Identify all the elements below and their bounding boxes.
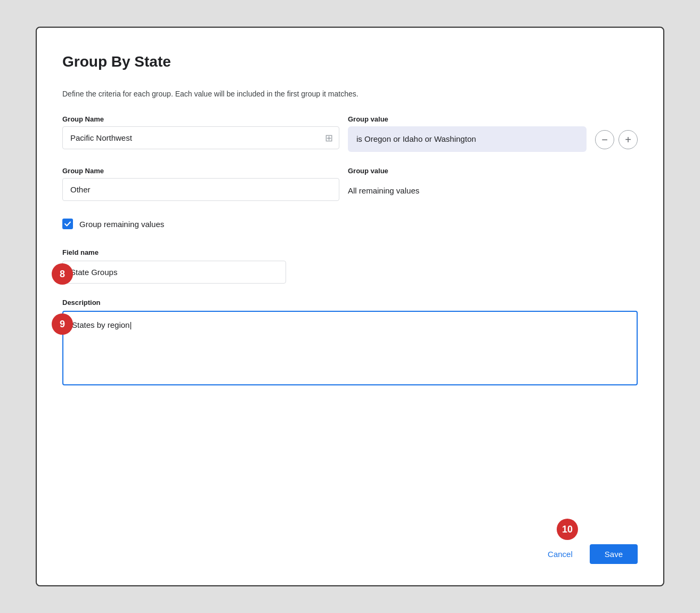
group2-row: Group Name Group value All remaining val… [62, 167, 638, 204]
step-badge-8: 8 [52, 263, 73, 285]
description-text: Define the criteria for each group. Each… [62, 90, 638, 98]
group2-value-label: Group value [348, 167, 638, 175]
group1-value-section: Group value is Oregon or Idaho or Washin… [348, 115, 587, 152]
dialog-footer: 10 Cancel Save [62, 527, 638, 564]
group1-actions: − + [595, 115, 638, 149]
group1-value-pill: is Oregon or Idaho or Washington [348, 126, 587, 152]
dialog-title: Group By State [62, 53, 638, 70]
group-remaining-checkbox[interactable] [62, 219, 73, 229]
group1-name-label: Group Name [62, 115, 339, 123]
group2-name-input[interactable] [62, 178, 339, 201]
add-group-button[interactable]: + [618, 130, 638, 149]
group2-name-label: Group Name [62, 167, 339, 175]
save-button[interactable]: Save [590, 544, 638, 564]
description-label: Description [62, 299, 638, 307]
group2-name-section: Group Name [62, 167, 339, 201]
remove-group1-button[interactable]: − [595, 130, 614, 149]
checkbox-label: Group remaining values [79, 220, 164, 229]
group1-row: Group Name ⊞ Group value is Oregon or Id… [62, 115, 638, 152]
dialog-container: Group By State Define the criteria for e… [36, 27, 664, 586]
group1-name-section: Group Name ⊞ [62, 115, 339, 149]
description-textarea[interactable]: States by region| [62, 311, 638, 385]
checkbox-row: Group remaining values [62, 219, 638, 229]
field-name-section: 8 Field name [62, 248, 638, 284]
step-badge-10: 10 [557, 519, 578, 540]
description-section: 9 Description States by region| [62, 299, 638, 388]
table-icon: ⊞ [325, 132, 333, 144]
group1-name-input-wrapper: ⊞ [62, 126, 339, 149]
group2-value-text: All remaining values [348, 178, 638, 204]
group1-value-label: Group value [348, 115, 587, 123]
step-badge-9: 9 [52, 313, 73, 335]
field-name-input[interactable] [62, 261, 286, 284]
group2-value-section: Group value All remaining values [348, 167, 638, 204]
group1-name-input[interactable] [62, 126, 339, 149]
field-name-label: Field name [62, 248, 638, 256]
cancel-button[interactable]: Cancel [539, 544, 581, 564]
